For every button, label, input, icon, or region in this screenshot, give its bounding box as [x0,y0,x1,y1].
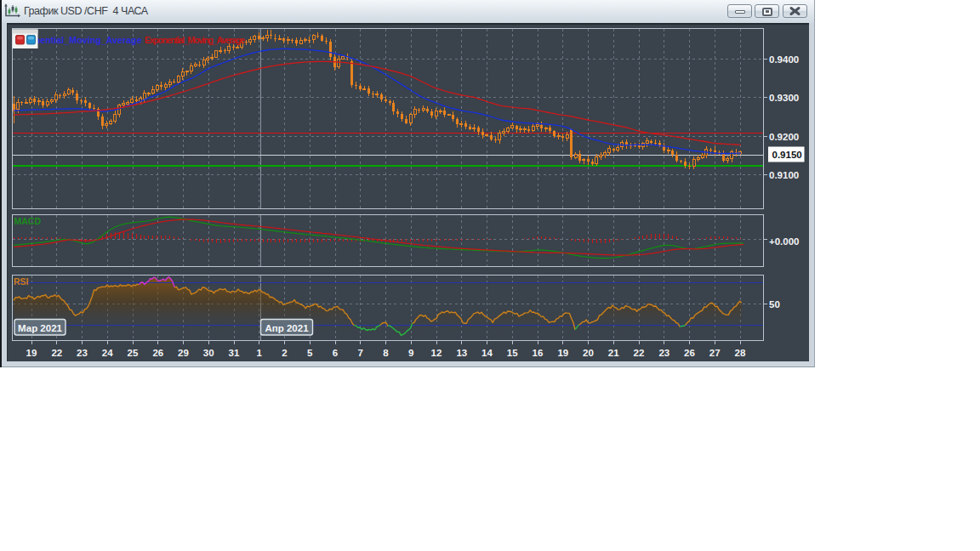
svg-text:22: 22 [51,348,62,358]
svg-text:Апр 2021: Апр 2021 [265,323,309,333]
svg-text:19: 19 [557,348,568,358]
svg-text:23: 23 [77,348,88,358]
svg-text:20: 20 [583,348,594,358]
svg-text:13: 13 [456,348,467,358]
svg-text:28: 28 [735,348,746,358]
svg-text:12: 12 [431,348,442,358]
svg-text:23: 23 [658,348,669,358]
svg-text:+0.000: +0.000 [769,236,800,247]
svg-text:MACD: MACD [14,216,42,226]
svg-text:6: 6 [333,348,338,358]
svg-text:2: 2 [282,348,287,358]
svg-text:9: 9 [408,348,413,358]
svg-text:27: 27 [709,348,721,358]
svg-text:7: 7 [358,348,363,358]
svg-text:19: 19 [26,348,37,358]
svg-text:25: 25 [128,348,139,358]
svg-text:0.9200: 0.9200 [769,132,799,142]
svg-text:0.9100: 0.9100 [769,170,799,180]
svg-text:31: 31 [229,348,240,358]
svg-text:0.9150: 0.9150 [772,150,802,160]
svg-text:1: 1 [257,348,263,358]
svg-text:5: 5 [307,348,313,358]
svg-text:26: 26 [152,348,163,358]
svg-text:15: 15 [507,348,518,358]
svg-text:30: 30 [203,348,214,358]
svg-text:RSI: RSI [14,276,29,287]
svg-text:Exponential_Moving_Average: Exponential_Moving_Average [145,35,245,45]
svg-text:0.9400: 0.9400 [769,54,799,65]
svg-text:16: 16 [533,348,544,358]
svg-text:22: 22 [634,348,645,358]
svg-text:8: 8 [383,348,389,358]
svg-text:50: 50 [769,299,780,310]
svg-text:21: 21 [608,348,619,358]
svg-text:26: 26 [684,348,695,358]
svg-text:29: 29 [178,348,189,358]
svg-text:14: 14 [481,348,493,358]
svg-text:0.9300: 0.9300 [769,93,799,103]
svg-text:Мар 2021: Мар 2021 [18,323,63,333]
svg-text:24: 24 [102,348,113,358]
